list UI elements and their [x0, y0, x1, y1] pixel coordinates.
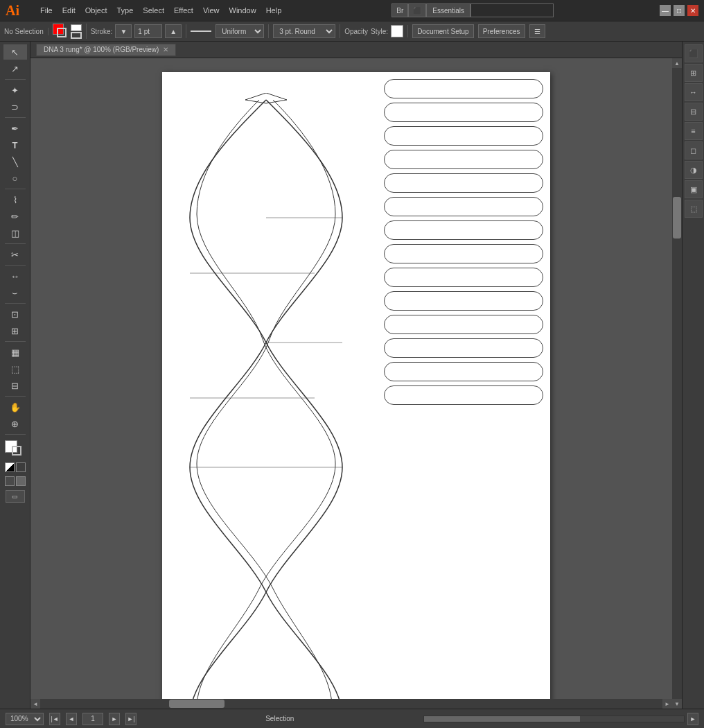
selection-tool-btn[interactable]: ↖: [3, 44, 27, 60]
maximize-button[interactable]: □: [674, 5, 685, 16]
essentials-button[interactable]: Essentials: [426, 3, 470, 17]
artboard-tool-btn[interactable]: ⬚: [3, 361, 27, 376]
graph-tool-btn[interactable]: ▦: [3, 345, 27, 360]
selection-group: No Selection: [4, 28, 49, 35]
document-setup-button[interactable]: Document Setup: [412, 24, 474, 38]
round-style-select[interactable]: 3 pt. Round: [273, 24, 335, 38]
vertical-scrollbar[interactable]: ▲ ▼: [672, 58, 682, 709]
scroll-thumb-vertical[interactable]: [673, 197, 681, 239]
menu-edit[interactable]: Edit: [58, 5, 80, 16]
change-screen-mode-btn[interactable]: ▭: [6, 490, 25, 503]
menu-object[interactable]: Object: [81, 5, 112, 16]
scale-tool-btn[interactable]: ↔: [3, 268, 27, 284]
menu-file[interactable]: File: [36, 5, 57, 16]
pencil-tool-btn[interactable]: ✏: [3, 209, 27, 224]
menu-select[interactable]: Select: [139, 5, 168, 16]
stroke-increase[interactable]: ▲: [165, 24, 182, 38]
bridge-button[interactable]: Br: [391, 3, 408, 17]
fill-indicator[interactable]: [71, 24, 82, 31]
scroll-thumb-horizontal[interactable]: [169, 700, 225, 708]
minimize-button[interactable]: —: [660, 5, 671, 16]
ellipse-tool-btn[interactable]: ○: [3, 171, 27, 186]
title-bar-left: Ai File Edit Object Type Select Effect V…: [6, 3, 285, 19]
tab-close-btn[interactable]: ✕: [163, 46, 168, 53]
pen-tool-btn[interactable]: ✒: [3, 121, 27, 136]
hand-tool-btn[interactable]: ✋: [3, 399, 27, 415]
full-screen-icon[interactable]: [16, 476, 26, 486]
color-controls: [5, 440, 26, 460]
align-panel-icon[interactable]: ⊞: [685, 64, 703, 82]
menu-type[interactable]: Type: [113, 5, 138, 16]
free-transform-tool-btn[interactable]: ⊡: [3, 306, 27, 322]
stroke-decrease[interactable]: ▼: [115, 24, 132, 38]
scissors-tool-btn[interactable]: ✂: [3, 247, 27, 262]
stroke-indicator[interactable]: [71, 32, 82, 39]
magic-wand-tool-btn[interactable]: ✦: [3, 83, 27, 98]
transform-panel-icon[interactable]: ↔: [685, 83, 703, 101]
page-input[interactable]: [82, 713, 103, 725]
preferences-button[interactable]: Preferences: [478, 24, 525, 38]
prev-page-btn[interactable]: ◄: [66, 713, 77, 725]
document-tab[interactable]: DNA 3 rung* @ 100% (RGB/Preview) ✕: [36, 44, 176, 56]
rung-list: [384, 79, 543, 405]
scroll-up-btn[interactable]: ▲: [672, 58, 682, 68]
stroke-value-input[interactable]: [134, 24, 162, 38]
brush-tool-btn[interactable]: ⌇: [3, 192, 27, 207]
type-tool-btn[interactable]: T: [3, 137, 27, 153]
none-mode-icon[interactable]: [16, 462, 26, 472]
scroll-down-btn[interactable]: ▼: [672, 699, 682, 709]
main-workspace: ↖ ↗ ✦ ⊃ ✒ T ╲ ○ ⌇ ✏ ◫ ✂ ↔ ⌣ ⊡ ⊞ ▦ ⬚ ⊟ ✋ …: [0, 42, 704, 709]
horizontal-scrollbar[interactable]: ◄ ►: [30, 699, 672, 709]
zoom-select[interactable]: 100%: [6, 713, 44, 725]
menu-view[interactable]: View: [199, 5, 224, 16]
status-bar: 100% |◄ ◄ ► ►| Selection ►: [0, 709, 704, 728]
close-button[interactable]: ✕: [687, 5, 698, 16]
workspace-icon-btn[interactable]: ⬛: [408, 3, 426, 17]
normal-mode-icon[interactable]: [5, 462, 15, 472]
search-input[interactable]: [470, 3, 554, 17]
screen-mode-icon[interactable]: [5, 476, 15, 486]
zoom-tool-btn[interactable]: ⊕: [3, 416, 27, 431]
warp-tool-btn[interactable]: ⌣: [3, 285, 27, 300]
menu-effect[interactable]: Effect: [170, 5, 197, 16]
stroke-style-select[interactable]: Uniform: [215, 24, 264, 38]
style-label: Style:: [371, 28, 388, 35]
progress-fill: [424, 716, 580, 722]
scroll-left-btn[interactable]: ◄: [30, 699, 40, 709]
next-page-btn[interactable]: ►: [109, 713, 120, 725]
symbol-tool-btn[interactable]: ⊞: [3, 323, 27, 338]
appearance-panel-icon[interactable]: ◻: [685, 141, 703, 159]
selection-label: No Selection: [4, 28, 44, 35]
first-page-btn[interactable]: |◄: [49, 713, 60, 725]
color-panel-icon[interactable]: ⬛: [685, 44, 703, 62]
artboards-panel-icon[interactable]: ⬚: [685, 200, 703, 218]
canvas-scroll[interactable]: ▲ ▼ ◄ ►: [30, 58, 682, 709]
title-bar-center: Br ⬛ Essentials: [391, 3, 554, 17]
tool-separator-2: [5, 117, 26, 118]
eraser-tool-btn[interactable]: ◫: [3, 225, 27, 241]
tool-separator-7: [5, 341, 26, 342]
layers-panel-icon[interactable]: ▣: [685, 180, 703, 198]
scroll-right-btn[interactable]: ►: [662, 699, 672, 709]
stroke-panel-icon[interactable]: ≡: [685, 122, 703, 140]
last-page-btn[interactable]: ►|: [125, 713, 137, 725]
rung-item: [384, 79, 543, 98]
rung-item: [384, 126, 543, 146]
pathfinder-icon[interactable]: ⊟: [685, 103, 703, 121]
status-right-arrow[interactable]: ►: [687, 713, 698, 725]
direct-selection-tool-btn[interactable]: ↗: [3, 61, 27, 76]
rung-item: [384, 385, 543, 405]
svg-marker-0: [245, 93, 287, 103]
gradient-panel-icon[interactable]: ◑: [685, 161, 703, 179]
style-color-swatch[interactable]: [391, 25, 403, 37]
stroke-color-box[interactable]: [12, 446, 21, 456]
lasso-tool-btn[interactable]: ⊃: [3, 99, 27, 114]
stroke-swatch[interactable]: [57, 28, 67, 37]
menu-window[interactable]: Window: [225, 5, 261, 16]
options-toolbar: No Selection Stroke: ▼ ▲ Uniform 3 pt. R…: [0, 21, 704, 42]
panel-menu-button[interactable]: ☰: [529, 24, 545, 38]
line-tool-btn[interactable]: ╲: [3, 154, 27, 169]
menu-help[interactable]: Help: [262, 5, 286, 16]
rung-item: [384, 244, 543, 263]
slice-tool-btn[interactable]: ⊟: [3, 378, 27, 393]
